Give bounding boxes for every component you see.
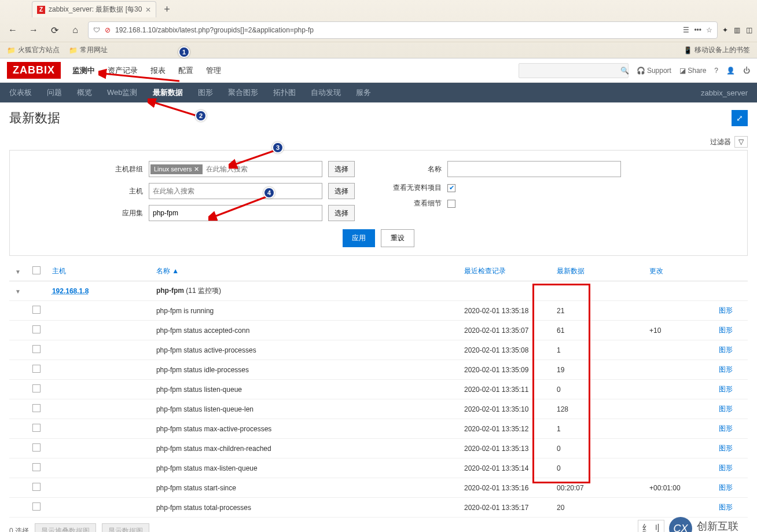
filter-toggle-icon[interactable]: ▽ bbox=[734, 136, 748, 148]
hostgroup-input[interactable]: Linux servers✕ bbox=[149, 161, 322, 177]
col-name[interactable]: 名称 ▲ bbox=[150, 262, 458, 281]
subnav-screens[interactable]: 聚合图形 bbox=[228, 87, 258, 98]
graph-link[interactable]: 图形 bbox=[719, 444, 733, 452]
bookmark-item[interactable]: 📁常用网址 bbox=[69, 45, 108, 55]
show-stacked-button[interactable]: 显示堆叠数据图 bbox=[35, 523, 96, 532]
name-input[interactable] bbox=[447, 161, 621, 177]
latest-data-table: ▼ 主机 名称 ▲ 最近检查记录 最新数据 更改 ▼ 192.168.1.8 p… bbox=[9, 262, 748, 518]
hostgroup-text-input[interactable] bbox=[204, 164, 321, 174]
subnav-latest[interactable]: 最新数据 bbox=[153, 87, 183, 98]
row-checkbox[interactable] bbox=[32, 463, 41, 471]
search-input[interactable] bbox=[523, 66, 620, 75]
reset-button[interactable]: 重设 bbox=[381, 229, 414, 247]
appset-input[interactable] bbox=[149, 205, 322, 221]
col-latest[interactable]: 最新数据 bbox=[551, 262, 644, 281]
graph-link[interactable]: 图形 bbox=[719, 464, 733, 472]
host-label: 主机 bbox=[108, 186, 143, 196]
graph-link[interactable]: 图形 bbox=[719, 326, 733, 334]
nav-reports[interactable]: 报表 bbox=[150, 60, 166, 82]
graph-link[interactable]: 图形 bbox=[719, 346, 733, 354]
graph-link[interactable]: 图形 bbox=[719, 424, 733, 432]
row-checkbox[interactable] bbox=[32, 325, 41, 333]
global-search[interactable]: 🔍 bbox=[519, 63, 629, 78]
forward-button[interactable]: → bbox=[25, 22, 42, 38]
browser-tab[interactable]: Z zabbix_server: 最新数据 [每30 ✕ bbox=[32, 1, 156, 17]
subnav-overview[interactable]: 概览 bbox=[77, 87, 92, 98]
host-select-button[interactable]: 选择 bbox=[328, 183, 355, 199]
row-checkbox[interactable] bbox=[32, 384, 41, 392]
extension-icon[interactable]: ✦ bbox=[722, 26, 728, 34]
nav-config[interactable]: 配置 bbox=[178, 60, 193, 82]
nav-inventory[interactable]: 资产记录 bbox=[108, 60, 138, 82]
expand-icon[interactable]: ▼ bbox=[15, 288, 21, 295]
collapse-all-icon[interactable]: ▼ bbox=[15, 269, 21, 275]
host-input[interactable] bbox=[149, 183, 322, 199]
table-row: php-fpm is running 2020-02-01 13:35:18 2… bbox=[9, 301, 748, 321]
search-icon[interactable]: 🔍 bbox=[620, 67, 629, 75]
graph-link[interactable]: 图形 bbox=[719, 405, 733, 413]
item-value: 1 bbox=[551, 340, 644, 360]
subnav-graphs[interactable]: 图形 bbox=[198, 87, 213, 98]
row-checkbox[interactable] bbox=[32, 483, 41, 491]
show-no-data-checkbox[interactable]: ✔ bbox=[447, 184, 455, 192]
user-icon[interactable]: 👤 bbox=[726, 67, 735, 75]
col-lastcheck[interactable]: 最近检查记录 bbox=[458, 262, 551, 281]
support-link[interactable]: 🎧 Support bbox=[637, 67, 671, 75]
graph-link[interactable]: 图形 bbox=[719, 503, 733, 511]
back-button[interactable]: ← bbox=[5, 22, 21, 38]
power-icon[interactable]: ⏻ bbox=[743, 67, 750, 75]
browser-chrome: Z zabbix_server: 最新数据 [每30 ✕ + ← → ⟳ ⌂ 🛡… bbox=[0, 0, 757, 58]
subnav-discovery[interactable]: 自动发现 bbox=[311, 87, 341, 98]
help-icon[interactable]: ? bbox=[714, 67, 718, 75]
row-checkbox[interactable] bbox=[32, 404, 41, 412]
sidebar-icon[interactable]: ◫ bbox=[746, 26, 752, 34]
subnav-dashboard[interactable]: 仪表板 bbox=[9, 87, 32, 98]
url-bar[interactable]: 🛡 ⊘ 192.168.1.10/zabbix/latest.php?group… bbox=[88, 21, 718, 39]
home-button[interactable]: ⌂ bbox=[67, 22, 83, 38]
library-icon[interactable]: ▥ bbox=[734, 26, 740, 34]
new-tab-button[interactable]: + bbox=[159, 1, 175, 17]
host-text-input[interactable] bbox=[150, 186, 321, 196]
show-graph-button[interactable]: 显示数据图 bbox=[102, 523, 149, 532]
watermark: 纟刂 CX 创新互联 CHUANG XIN HU LIAN bbox=[638, 517, 745, 532]
apply-button[interactable]: 应用 bbox=[343, 229, 375, 247]
fullscreen-button[interactable]: ⤢ bbox=[732, 110, 748, 126]
more-icon[interactable]: ••• bbox=[694, 26, 701, 34]
col-change[interactable]: 更改 bbox=[644, 262, 713, 281]
graph-link[interactable]: 图形 bbox=[719, 365, 733, 373]
show-details-checkbox[interactable] bbox=[447, 200, 455, 208]
hostgroup-select-button[interactable]: 选择 bbox=[328, 161, 355, 177]
subnav-services[interactable]: 服务 bbox=[356, 87, 371, 98]
appset-select-button[interactable]: 选择 bbox=[328, 205, 355, 221]
zabbix-logo[interactable]: ZABBIX bbox=[7, 62, 61, 79]
tab-title: zabbix_server: 最新数据 [每30 bbox=[49, 5, 142, 14]
host-link[interactable]: 192.168.1.8 bbox=[52, 287, 89, 295]
subnav-problems[interactable]: 问题 bbox=[47, 87, 62, 98]
graph-link[interactable]: 图形 bbox=[719, 385, 733, 393]
bookmark-item[interactable]: 📁火狐官方站点 bbox=[7, 45, 60, 55]
graph-link[interactable]: 图形 bbox=[719, 483, 733, 491]
nav-monitoring[interactable]: 监测中 bbox=[72, 60, 95, 82]
row-checkbox[interactable] bbox=[32, 443, 41, 452]
row-checkbox[interactable] bbox=[32, 365, 41, 373]
subnav-maps[interactable]: 拓扑图 bbox=[273, 87, 296, 98]
item-time: 2020-02-01 13:35:17 bbox=[458, 498, 551, 518]
row-checkbox[interactable] bbox=[32, 306, 41, 314]
group-app-name: php-fpm bbox=[156, 287, 184, 295]
row-checkbox[interactable] bbox=[32, 424, 41, 432]
share-link[interactable]: ◪ Share bbox=[679, 67, 706, 75]
graph-link[interactable]: 图形 bbox=[719, 306, 733, 314]
tag-remove-icon[interactable]: ✕ bbox=[194, 166, 199, 173]
nav-admin[interactable]: 管理 bbox=[206, 60, 221, 82]
mobile-bookmarks[interactable]: 📱移动设备上的书签 bbox=[683, 45, 750, 55]
reader-icon[interactable]: ☰ bbox=[683, 26, 689, 34]
reload-button[interactable]: ⟳ bbox=[46, 22, 63, 38]
row-checkbox[interactable] bbox=[32, 502, 41, 511]
col-host[interactable]: 主机 bbox=[46, 262, 150, 281]
close-icon[interactable]: ✕ bbox=[145, 6, 151, 14]
select-all-checkbox[interactable] bbox=[32, 266, 41, 274]
item-change bbox=[644, 458, 713, 478]
row-checkbox[interactable] bbox=[32, 345, 41, 353]
star-icon[interactable]: ☆ bbox=[706, 26, 712, 34]
subnav-web[interactable]: Web监测 bbox=[107, 87, 138, 98]
